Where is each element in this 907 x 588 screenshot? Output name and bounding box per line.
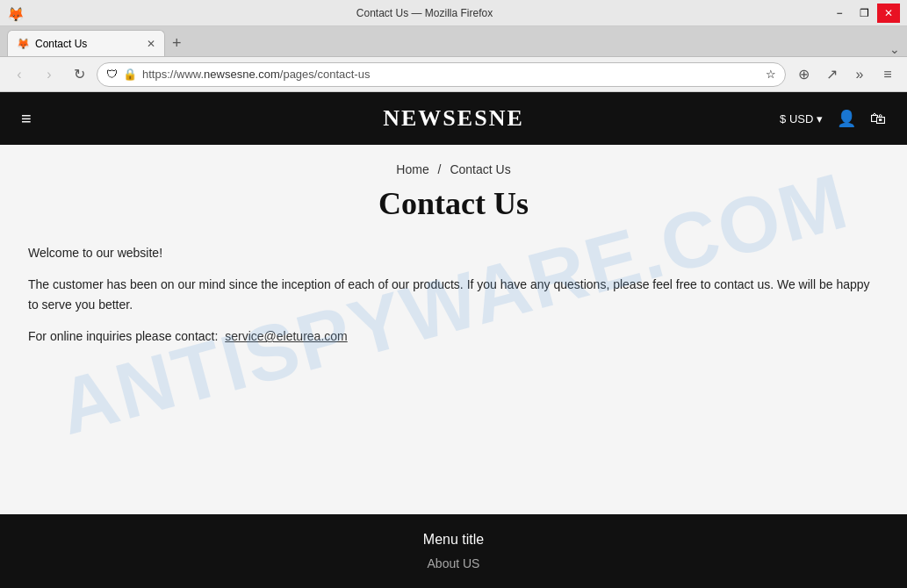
- currency-label: $ USD: [780, 112, 813, 125]
- browser-addressbar: ‹ › ↻ 🛡 🔒 https://www.newsesne.com/pages…: [0, 57, 907, 92]
- back-button[interactable]: ‹: [7, 62, 32, 87]
- contact-email-link[interactable]: service@eleturea.com: [225, 329, 348, 343]
- restore-button[interactable]: ❐: [853, 4, 875, 23]
- hamburger-icon[interactable]: ≡: [21, 109, 32, 129]
- site-footer: Menu title About US: [0, 514, 907, 588]
- footer-menu-title: Menu title: [28, 532, 879, 548]
- os-titlebar: 🦊 Contact Us — Mozilla Firefox − ❐ ✕: [0, 0, 907, 26]
- website: ANTISPYWARE.COM ≡ NEWSESNE $ USD ▾ 👤 🛍 H…: [0, 92, 907, 588]
- extensions-button[interactable]: ↗: [819, 62, 844, 87]
- close-button[interactable]: ✕: [877, 4, 900, 23]
- pocket-button[interactable]: ⊕: [791, 62, 816, 87]
- tab-list-button[interactable]: ⌄: [889, 42, 900, 56]
- contact-label: For online inquiries please contact:: [28, 329, 218, 343]
- url-domain: newsesne.com: [204, 68, 280, 81]
- breadcrumb-home-link[interactable]: Home: [396, 162, 428, 176]
- contact-text: For online inquiries please contact: ser…: [28, 326, 879, 346]
- minimize-button[interactable]: −: [828, 4, 851, 23]
- url-path: /pages/contact-us: [280, 68, 371, 81]
- reload-button[interactable]: ↻: [67, 62, 91, 87]
- new-tab-button[interactable]: +: [165, 30, 189, 56]
- window-controls: − ❐ ✕: [828, 4, 900, 23]
- titlebar-left: 🦊: [7, 6, 21, 20]
- footer-about-link[interactable]: About US: [28, 556, 879, 570]
- welcome-text: Welcome to our website!: [28, 243, 879, 262]
- content-body: Welcome to our website! The customer has…: [0, 243, 907, 347]
- lock-icon: 🔒: [123, 68, 137, 81]
- header-left: ≡: [21, 109, 32, 129]
- active-tab[interactable]: 🦊 Contact Us ✕: [7, 30, 165, 56]
- address-url: https://www.newsesne.com/pages/contact-u…: [142, 68, 370, 81]
- user-account-icon[interactable]: 👤: [837, 109, 856, 128]
- currency-arrow-icon: ▾: [817, 112, 823, 125]
- tab-label: Contact Us: [35, 38, 87, 50]
- toolbar-icons: ⊕ ↗ » ≡: [791, 62, 900, 87]
- more-tools-button[interactable]: »: [847, 62, 872, 87]
- shield-icon: 🛡: [106, 68, 118, 81]
- bookmark-star-icon[interactable]: ☆: [766, 68, 776, 81]
- window-title: Contact Us — Mozilla Firefox: [21, 7, 828, 19]
- menu-button[interactable]: ≡: [875, 62, 900, 87]
- tab-favicon: 🦊: [17, 38, 30, 50]
- browser-tabbar: 🦊 Contact Us ✕ + ⌄: [0, 26, 907, 57]
- site-logo: NEWSESNE: [383, 105, 524, 132]
- firefox-icon: 🦊: [7, 6, 21, 20]
- address-right-icons: ☆: [766, 68, 776, 81]
- header-right: $ USD ▾ 👤 🛍: [780, 109, 886, 128]
- breadcrumb: Home / Contact Us: [0, 145, 907, 185]
- breadcrumb-separator: /: [438, 162, 442, 176]
- forward-button[interactable]: ›: [37, 62, 61, 87]
- currency-selector[interactable]: $ USD ▾: [780, 112, 823, 125]
- address-bar[interactable]: 🛡 🔒 https://www.newsesne.com/pages/conta…: [97, 62, 786, 87]
- site-header: ≡ NEWSESNE $ USD ▾ 👤 🛍: [0, 92, 907, 145]
- page-title: Contact Us: [0, 185, 907, 222]
- description-text: The customer has been on our mind since …: [28, 275, 879, 314]
- site-content: Home / Contact Us Contact Us Welcome to …: [0, 145, 907, 514]
- cart-icon[interactable]: 🛍: [870, 110, 886, 128]
- tab-close-button[interactable]: ✕: [147, 38, 155, 50]
- url-prefix: https://www.: [142, 68, 204, 81]
- breadcrumb-current: Contact Us: [450, 162, 510, 176]
